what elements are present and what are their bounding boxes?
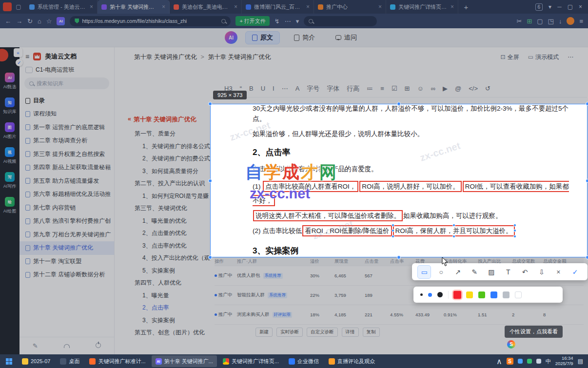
rail-item[interactable]: 知 知识库: [3, 97, 17, 115]
tab-close-icon[interactable]: ×: [451, 3, 454, 10]
tray-app-icon[interactable]: [536, 359, 541, 364]
annotation-handle[interactable]: [392, 224, 394, 227]
table-action-button[interactable]: 实时诊断: [276, 328, 303, 337]
chapter-item[interactable]: 第十章 关键词推广优化: [20, 241, 114, 255]
browser-menu-icon[interactable]: ≡: [579, 18, 583, 25]
chapter-item[interactable]: 第九章 万相台无界关键词推广: [20, 228, 114, 242]
selection-handle[interactable]: [208, 102, 212, 106]
annotation-tool[interactable]: ✓: [569, 266, 582, 278]
annotation-tool[interactable]: ○: [435, 266, 448, 278]
toc-item[interactable]: 第二节、投入产出比的认识: [128, 177, 212, 190]
tray-expand-icon[interactable]: ∧: [496, 357, 502, 366]
taskbar-item[interactable]: AI 第十章 关键词推广...: [152, 355, 217, 367]
browser-tab[interactable]: 微博潮门风云_百度搜索 ×: [242, 0, 314, 14]
selection-handle[interactable]: [586, 102, 588, 106]
chapter-item[interactable]: 第二章 市场调查分析: [20, 134, 114, 148]
doc-text-segment[interactable]: ROI高，保留人群，并且可以加大溢价。: [393, 225, 515, 236]
rail-item[interactable]: AI AI甄选: [3, 73, 17, 90]
pin-check-icon[interactable]: ✓: [16, 59, 23, 66]
toolbar-chevron-icon[interactable]: ▾: [296, 18, 299, 25]
selection-handle[interactable]: [397, 255, 401, 259]
table-row[interactable]: 推广中 浏览未购买人群好评如潮 18% 4,185 221 4.55% 433.…: [215, 305, 584, 325]
toc-title[interactable]: «第十章 关键词推广优化: [128, 116, 212, 124]
tab-original[interactable]: 原文: [245, 31, 280, 44]
chapter-item[interactable]: 第六章 标题精细优化及活动推: [20, 188, 114, 201]
rail-item[interactable]: 视 AI视频: [3, 147, 17, 165]
directory-header[interactable]: 目录: [20, 93, 114, 107]
toc-item[interactable]: 第四节、人群优化: [128, 277, 212, 290]
annotation-tool[interactable]: T: [502, 266, 514, 278]
annotation-tool[interactable]: ▭: [418, 266, 431, 278]
breadcrumb-parent[interactable]: 第十章 关键词推广优化: [134, 53, 196, 61]
selection-handle[interactable]: [397, 102, 401, 106]
doc-text-segment[interactable]: (1): [253, 183, 262, 190]
editor-tool-button[interactable]: ⊞: [405, 85, 410, 92]
extensions-puzzle-icon[interactable]: ◳: [548, 18, 554, 25]
chapter-item[interactable]: 第七章 内容营销: [20, 201, 114, 215]
edit-icon[interactable]: ✎: [33, 342, 38, 349]
annotation-tool[interactable]: ▨: [485, 266, 498, 278]
collapse-sidebar-icon[interactable]: «: [14, 48, 22, 57]
toc-item[interactable]: 3、点击率的优化: [128, 240, 212, 252]
toc-item[interactable]: 3、实操案例: [128, 314, 212, 327]
editor-tool-button[interactable]: ≡: [380, 85, 384, 92]
toc-item[interactable]: 第五节、创意（图片）优化: [128, 327, 212, 339]
support-headset-icon[interactable]: [64, 342, 70, 349]
table-action-button[interactable]: 复制: [363, 328, 380, 337]
doc-text-segment[interactable]: 点击率比较高的人群查看ROI，: [263, 181, 358, 192]
clock[interactable]: 16:34 2025/7/9: [555, 356, 573, 367]
toc-item[interactable]: 1、如何判定ROI是亏是赚: [128, 190, 212, 203]
annotation-handle[interactable]: [452, 224, 455, 227]
chapter-item[interactable]: 第五章 助力店铺流量爆发: [20, 174, 114, 188]
browser-tab[interactable]: 推广中心 ×: [314, 0, 386, 14]
annotation-tool[interactable]: ✎: [468, 266, 481, 278]
taskbar-item[interactable]: 直播评论及观众: [325, 355, 379, 367]
chapter-item[interactable]: 第四章 新品上架获取流量秘籍: [20, 161, 114, 174]
chapter-item[interactable]: 第十一章 淘宝联盟: [20, 255, 114, 269]
sidebar-search[interactable]: [24, 77, 109, 89]
doc-text-segment[interactable]: 看ROI，ROI低删除/降低溢价: [302, 225, 392, 236]
toc-item[interactable]: 3、如何提高质量得分: [128, 165, 212, 178]
download-icon[interactable]: ↓: [559, 18, 562, 25]
toc-item[interactable]: 1、曝光量的优化: [128, 215, 212, 228]
ai-extension-icon[interactable]: AI: [57, 17, 65, 25]
editor-tool-button[interactable]: 行高: [347, 84, 359, 93]
quick-search-box[interactable]: [304, 16, 377, 26]
quick-search-input[interactable]: [316, 18, 402, 25]
ai-logo[interactable]: AI: [225, 31, 237, 44]
chapter-item[interactable]: 第八章 热浪引擎和付费推广创: [20, 214, 114, 228]
editor-tool-button[interactable]: @: [455, 85, 461, 92]
taskbar-item[interactable]: 关键词推广标准计...: [85, 355, 149, 367]
bookmark-star-icon[interactable]: ☆: [46, 18, 52, 25]
rail-item[interactable]: 绘 AI绘图: [3, 197, 17, 214]
apps-grid-icon[interactable]: ⊞: [527, 18, 532, 25]
browser-tab[interactable]: 美迪创客_美迪电商_美... ×: [170, 0, 242, 14]
taskbar-item[interactable]: 桌面: [56, 355, 83, 367]
rail-item[interactable]: 写 AI写作: [3, 172, 17, 190]
tab-list-dropdown-icon[interactable]: ▾: [549, 3, 551, 10]
tab-close-icon[interactable]: ×: [378, 3, 382, 10]
browser-tab[interactable]: 第十章 关键词推广优化 ×: [98, 0, 170, 14]
editor-tool-button[interactable]: ∞: [431, 85, 435, 92]
minimize-button[interactable]: ─: [557, 3, 562, 10]
annotation-handle[interactable]: [452, 235, 455, 238]
stroke-size-small[interactable]: [420, 293, 423, 296]
doc-text-segment[interactable]: 说明这类人群不太精准，可以降低溢价或者删除。: [253, 210, 403, 221]
editor-tool-button[interactable]: ⋯: [282, 85, 288, 92]
editor-tool-button[interactable]: 字号: [307, 84, 319, 93]
fullscreen-button[interactable]: ⊡全屏: [501, 53, 519, 61]
editor-tool-button[interactable]: U: [261, 85, 265, 92]
assistant-s-icon[interactable]: S: [507, 340, 515, 349]
profile-avatar[interactable]: [567, 17, 574, 25]
tab-close-icon[interactable]: ×: [306, 3, 310, 10]
editor-tool-button[interactable]: ▶: [443, 85, 448, 92]
url-bar[interactable]: https://os.medeyun.com/file/zhishiku/cla…: [70, 16, 231, 26]
color-swatch[interactable]: [453, 291, 462, 299]
tab-close-icon[interactable]: ×: [90, 3, 93, 10]
tab-count-badge[interactable]: 6: [535, 3, 543, 11]
present-mode-button[interactable]: ▭演示模式: [528, 53, 559, 61]
back-button[interactable]: ←: [5, 18, 11, 25]
stroke-size-large[interactable]: [437, 292, 443, 297]
url-search-icon[interactable]: [221, 19, 226, 23]
home-button[interactable]: ⌂: [38, 18, 41, 25]
